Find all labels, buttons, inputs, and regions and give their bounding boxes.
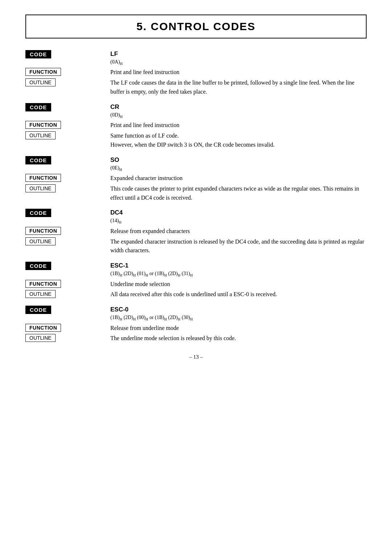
entry-cr: CODECR(0D)HFUNCTIONPrint and line feed i… bbox=[25, 103, 367, 150]
code-row-esc1: CODEESC-1(1B)H (2D)H (01)H or (1B)H (2D)… bbox=[25, 262, 367, 278]
entries-container: CODELF(0A)HFUNCTIONPrint and line feed i… bbox=[25, 50, 367, 343]
outline-text-so: This code causes the printer to print ex… bbox=[105, 184, 367, 203]
outline-text-esc1: All data received after this code is und… bbox=[105, 290, 367, 299]
code-badge-cr: CODE bbox=[25, 103, 51, 111]
code-badge-lf: CODE bbox=[25, 50, 51, 58]
outline-row-cr: OUTLINESame function as of LF code.Howev… bbox=[25, 131, 367, 150]
page-title: 5. CONTROL CODES bbox=[136, 20, 256, 32]
code-row-esc0: CODEESC-0(1B)H (2D)H (00)H or (1B)H (2D)… bbox=[25, 306, 367, 322]
outline-badge-lf: OUTLINE bbox=[25, 78, 56, 86]
code-hex-esc0: (1B)H (2D)H (00)H or (1B)H (2D)H (30)H bbox=[110, 314, 367, 322]
outline-row-so: OUTLINEThis code causes the printer to p… bbox=[25, 184, 367, 203]
function-badge-esc1: FUNCTION bbox=[25, 280, 61, 288]
code-hex-dc4: (14)H bbox=[110, 217, 367, 225]
outline-row-lf: OUTLINEThe LF code causes the data in th… bbox=[25, 78, 367, 97]
code-row-lf: CODELF(0A)H bbox=[25, 50, 367, 66]
function-badge-cr: FUNCTION bbox=[25, 121, 61, 129]
outline-badge-cr: OUTLINE bbox=[25, 131, 56, 139]
entry-esc0: CODEESC-0(1B)H (2D)H (00)H or (1B)H (2D)… bbox=[25, 306, 367, 343]
code-name-lf: LF bbox=[110, 50, 367, 58]
code-row-so: CODESO(0E)H bbox=[25, 156, 367, 172]
code-badge-so: CODE bbox=[25, 156, 51, 164]
code-hex-cr: (0D)H bbox=[110, 111, 367, 119]
outline-row-esc0: OUTLINEThe underline mode selection is r… bbox=[25, 334, 367, 343]
function-badge-lf: FUNCTION bbox=[25, 68, 61, 76]
entry-so: CODESO(0E)HFUNCTIONExpanded character in… bbox=[25, 156, 367, 203]
function-row-esc0: FUNCTIONRelease from underline mode bbox=[25, 324, 367, 333]
function-text-lf: Print and line feed instruction bbox=[105, 68, 367, 77]
function-text-so: Expanded character instruction bbox=[105, 174, 367, 183]
function-row-so: FUNCTIONExpanded character instruction bbox=[25, 174, 367, 183]
outline-row-esc1: OUTLINEAll data received after this code… bbox=[25, 290, 367, 299]
code-row-dc4: CODEDC4(14)H bbox=[25, 209, 367, 225]
function-text-dc4: Release from expanded characters bbox=[105, 227, 367, 236]
function-row-esc1: FUNCTIONUnderline mode selection bbox=[25, 280, 367, 289]
code-badge-esc1: CODE bbox=[25, 262, 51, 270]
function-badge-dc4: FUNCTION bbox=[25, 227, 61, 235]
outline-text-lf: The LF code causes the data in the line … bbox=[105, 78, 367, 97]
function-row-dc4: FUNCTIONRelease from expanded characters bbox=[25, 227, 367, 236]
function-row-lf: FUNCTIONPrint and line feed instruction bbox=[25, 68, 367, 77]
code-name-dc4: DC4 bbox=[110, 209, 367, 217]
function-text-cr: Print and line feed instruction bbox=[105, 121, 367, 130]
page-number: – 13 – bbox=[25, 354, 367, 360]
code-badge-dc4: CODE bbox=[25, 209, 51, 217]
code-hex-esc1: (1B)H (2D)H (01)H or (1B)H (2D)H (31)H bbox=[110, 270, 367, 278]
outline-row-dc4: OUTLINEThe expanded character instructio… bbox=[25, 237, 367, 256]
outline-text-cr: Same function as of LF code.However, whe… bbox=[105, 131, 367, 150]
code-hex-lf: (0A)H bbox=[110, 58, 367, 66]
function-text-esc0: Release from underline mode bbox=[105, 324, 367, 333]
entry-dc4: CODEDC4(14)HFUNCTIONRelease from expande… bbox=[25, 209, 367, 255]
outline-badge-dc4: OUTLINE bbox=[25, 237, 56, 245]
code-hex-so: (0E)H bbox=[110, 164, 367, 172]
code-name-esc0: ESC-0 bbox=[110, 306, 367, 314]
code-row-cr: CODECR(0D)H bbox=[25, 103, 367, 119]
outline-badge-esc0: OUTLINE bbox=[25, 334, 56, 342]
page-title-box: 5. CONTROL CODES bbox=[25, 15, 367, 38]
entry-esc1: CODEESC-1(1B)H (2D)H (01)H or (1B)H (2D)… bbox=[25, 262, 367, 299]
function-badge-esc0: FUNCTION bbox=[25, 324, 61, 332]
function-text-esc1: Underline mode selection bbox=[105, 280, 367, 289]
outline-badge-so: OUTLINE bbox=[25, 184, 56, 192]
function-badge-so: FUNCTION bbox=[25, 174, 61, 182]
code-name-cr: CR bbox=[110, 103, 367, 111]
function-row-cr: FUNCTIONPrint and line feed instruction bbox=[25, 121, 367, 130]
outline-text-dc4: The expanded character instruction is re… bbox=[105, 237, 367, 256]
outline-badge-esc1: OUTLINE bbox=[25, 290, 56, 298]
entry-lf: CODELF(0A)HFUNCTIONPrint and line feed i… bbox=[25, 50, 367, 97]
outline-text-esc0: The underline mode selection is released… bbox=[105, 334, 367, 343]
code-name-so: SO bbox=[110, 156, 367, 164]
code-badge-esc0: CODE bbox=[25, 306, 51, 314]
code-name-esc1: ESC-1 bbox=[110, 262, 367, 270]
